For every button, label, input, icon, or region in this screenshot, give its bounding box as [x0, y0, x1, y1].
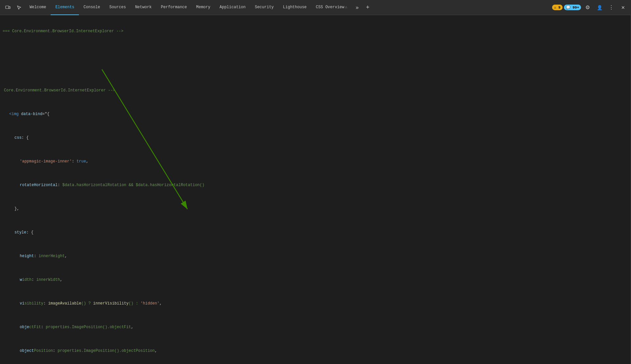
tab-bar: Welcome Elements Console Sources Network…	[25, 0, 551, 15]
code-line: === Core.Environment.BrowserId.InternetE…	[0, 16, 631, 364]
code-content[interactable]: === Core.Environment.BrowserId.InternetE…	[0, 15, 631, 364]
more-tabs-button[interactable]: »	[352, 2, 362, 13]
tab-network[interactable]: Network	[131, 0, 156, 15]
tab-security[interactable]: Security	[250, 0, 279, 15]
svg-rect-0	[6, 6, 9, 9]
warning-badge[interactable]: ⚠ 9	[552, 5, 563, 10]
main-layout: === Core.Environment.BrowserId.InternetE…	[0, 15, 631, 364]
code-line: objectPosition: properties.ImagePosition…	[3, 348, 628, 354]
settings-button[interactable]: ⚙	[582, 2, 593, 13]
code-line: rotateHorizontal: $data.hasHorizontalRot…	[3, 182, 628, 188]
device-toggle-button[interactable]	[3, 2, 13, 13]
code-line: === Core.Environment.BrowserId.InternetE…	[1, 28, 629, 34]
code-line	[1, 52, 629, 58]
more-options-button[interactable]: ⋮	[606, 2, 617, 13]
tab-sources[interactable]: Sources	[105, 0, 130, 15]
add-tab-button[interactable]: +	[362, 2, 373, 13]
inspect-button[interactable]	[14, 2, 24, 13]
code-line: 'appmagic-image-inner': true,	[3, 158, 628, 164]
code-line: css: {	[3, 135, 628, 141]
profile-button[interactable]: 👤	[594, 2, 605, 13]
code-line: visibility: imageAvailable() ? innerVisi…	[3, 301, 628, 306]
code-line: },	[3, 206, 628, 212]
toolbar-right: ⚠ 9 💬 99+ ⚙ 👤 ⋮ ✕	[552, 2, 628, 13]
tab-memory[interactable]: Memory	[192, 0, 215, 15]
close-devtools-button[interactable]: ✕	[618, 2, 628, 13]
toolbar: Welcome Elements Console Sources Network…	[0, 0, 631, 15]
code-line: width: innerWidth,	[3, 277, 628, 283]
tab-console[interactable]: Console	[79, 0, 105, 15]
tab-lighthouse[interactable]: Lighthouse	[279, 0, 311, 15]
code-line: objectFit: properties.ImagePosition().ob…	[3, 324, 628, 330]
code-line: height: innerHeight,	[3, 253, 628, 259]
tab-elements[interactable]: Elements	[51, 0, 79, 15]
code-line: style: {	[3, 230, 628, 235]
code-line: Core.Environment.BrowserId.InternetExplo…	[1, 76, 629, 364]
tab-welcome[interactable]: Welcome	[25, 0, 51, 15]
svg-rect-1	[9, 7, 10, 9]
code-panel: === Core.Environment.BrowserId.InternetE…	[0, 15, 631, 364]
tab-css-overview[interactable]: CSS Overview ⚠	[311, 0, 352, 15]
tab-performance[interactable]: Performance	[156, 0, 191, 15]
info-badge[interactable]: 💬 99+	[564, 5, 581, 10]
code-line: Core.Environment.BrowserId.InternetExplo…	[3, 87, 628, 93]
tab-application[interactable]: Application	[215, 0, 250, 15]
code-line: <img data-bind="{	[3, 111, 628, 117]
